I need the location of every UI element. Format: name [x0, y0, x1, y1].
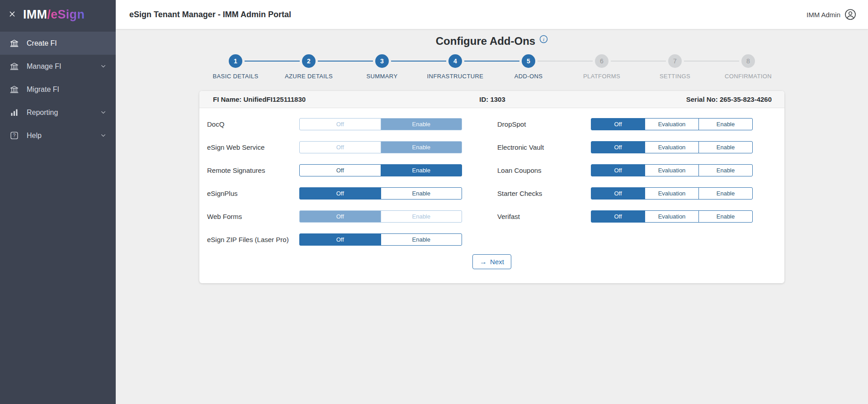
step-number: 1 — [229, 54, 242, 68]
toggle-remote-signatures-enable[interactable]: Enable — [381, 164, 462, 176]
toggle-starter-checks-off[interactable]: Off — [591, 187, 645, 200]
toggle-electronic-vault-enable[interactable]: Enable — [698, 141, 753, 153]
bank-icon — [9, 62, 19, 71]
addon-label: Loan Coupons — [497, 166, 591, 174]
step-label: ADD-ONS — [514, 73, 543, 80]
user-menu[interactable]: IMM Admin — [807, 9, 856, 20]
toggle-electronic-vault-off[interactable]: Off — [591, 141, 645, 153]
sidebar-item-label: Help — [27, 132, 42, 140]
fi-name: FI Name: UnifiedFI125111830 — [213, 95, 399, 103]
step-number: 4 — [448, 54, 462, 68]
addon-row-electronic-vault: Electronic VaultOffEvaluationEnable — [497, 136, 784, 159]
step-add-ons[interactable]: 5ADD-ONS — [492, 54, 565, 80]
stepper: 1BASIC DETAILS2AZURE DETAILS3SUMMARY4INF… — [116, 54, 868, 80]
step-basic-details[interactable]: 1BASIC DETAILS — [199, 54, 272, 80]
toggle-loan-coupons-evaluation[interactable]: Evaluation — [645, 164, 699, 176]
step-summary[interactable]: 3SUMMARY — [345, 54, 419, 80]
close-icon[interactable] — [8, 10, 16, 19]
svg-text:?: ? — [13, 133, 15, 138]
user-avatar-icon[interactable] — [844, 9, 856, 20]
step-platforms[interactable]: 6PLATFORMS — [565, 54, 638, 80]
step-label: PLATFORMS — [583, 73, 620, 80]
toggle-group-esign-web-service: OffEnable — [299, 141, 462, 153]
toggle-esign-zip-files-laser-pro-enable[interactable]: Enable — [381, 233, 462, 246]
sidebar-item-migrate-fi[interactable]: Migrate FI — [0, 78, 116, 101]
fi-id: ID: 1303 — [399, 95, 585, 103]
toggle-verifast-off[interactable]: Off — [591, 210, 645, 223]
toggle-loan-coupons-off[interactable]: Off — [591, 164, 645, 176]
sidebar-item-reporting[interactable]: Reporting — [0, 101, 116, 124]
sidebar-item-help[interactable]: ?Help — [0, 124, 116, 147]
help-icon: ? — [9, 131, 19, 141]
app-title: eSign Tenant Manager - IMM Admin Portal — [129, 10, 291, 19]
addon-label: Verifast — [497, 213, 591, 220]
addon-row-starter-checks: Starter ChecksOffEvaluationEnable — [497, 182, 784, 205]
step-infrastructure[interactable]: 4INFRASTRUCTURE — [419, 54, 492, 80]
page-title: Configure Add-Ons — [436, 34, 535, 48]
fi-serial: Serial No: 265-35-823-4260 — [585, 95, 772, 103]
addon-row-dropspot: DropSpotOffEvaluationEnable — [497, 113, 784, 136]
page-title-row: Configure Add-Ons i — [116, 34, 868, 48]
toggle-dropspot-enable[interactable]: Enable — [698, 118, 753, 130]
addon-label: DocQ — [207, 120, 299, 128]
next-button-row: → Next — [199, 254, 784, 269]
sidebar-item-label: Migrate FI — [27, 86, 59, 94]
toggle-dropspot-off[interactable]: Off — [591, 118, 645, 130]
arrow-right-icon: → — [480, 258, 487, 266]
step-number: 7 — [668, 54, 682, 68]
bank-icon — [9, 85, 19, 95]
toggle-group-loan-coupons: OffEvaluationEnable — [591, 164, 753, 176]
addons-columns: DocQOffEnableeSign Web ServiceOffEnableR… — [199, 113, 784, 251]
logo-esign: /eSign — [47, 8, 85, 21]
addon-label: DropSpot — [497, 120, 591, 128]
step-azure-details[interactable]: 2AZURE DETAILS — [272, 54, 345, 80]
toggle-group-esign-zip-files-laser-pro: OffEnable — [299, 233, 462, 246]
toggle-starter-checks-enable[interactable]: Enable — [698, 187, 753, 200]
sidebar-item-manage-fi[interactable]: Manage FI — [0, 55, 116, 78]
addon-label: Electronic Vault — [497, 143, 591, 151]
toggle-loan-coupons-enable[interactable]: Enable — [698, 164, 753, 176]
toggle-starter-checks-evaluation[interactable]: Evaluation — [645, 187, 699, 200]
top-bar: eSign Tenant Manager - IMM Admin Portal … — [116, 0, 868, 29]
step-number: 5 — [522, 54, 535, 68]
next-button[interactable]: → Next — [472, 254, 511, 269]
toggle-verifast-enable[interactable]: Enable — [698, 210, 753, 223]
toggle-group-remote-signatures: OffEnable — [299, 164, 462, 176]
step-number: 3 — [375, 54, 389, 68]
step-number: 6 — [595, 54, 609, 68]
toggle-remote-signatures-off[interactable]: Off — [299, 164, 381, 176]
addon-label: Web Forms — [207, 213, 299, 220]
toggle-esign-zip-files-laser-pro-off[interactable]: Off — [299, 233, 381, 246]
fi-card: FI Name: UnifiedFI125111830 ID: 1303 Ser… — [199, 91, 784, 283]
step-settings[interactable]: 7SETTINGS — [638, 54, 712, 80]
addon-label: eSignPlus — [207, 190, 299, 197]
chevron-down-icon — [100, 132, 107, 139]
addons-body: DocQOffEnableeSign Web ServiceOffEnableR… — [199, 108, 784, 283]
addon-label: Remote Signatures — [207, 166, 299, 174]
step-label: SUMMARY — [366, 73, 397, 80]
sidebar-item-create-fi[interactable]: Create FI — [0, 32, 116, 55]
step-number: 2 — [302, 54, 316, 68]
toggle-group-web-forms: OffEnable — [299, 210, 462, 223]
info-icon[interactable]: i — [539, 35, 548, 45]
addons-right-column: DropSpotOffEvaluationEnableElectronic Va… — [462, 113, 784, 251]
toggle-dropspot-evaluation[interactable]: Evaluation — [645, 118, 699, 130]
toggle-electronic-vault-evaluation[interactable]: Evaluation — [645, 141, 699, 153]
toggle-esignplus-off[interactable]: Off — [299, 187, 381, 200]
next-button-label: Next — [490, 258, 504, 266]
addon-label: Starter Checks — [497, 190, 591, 197]
step-confirmation[interactable]: 8CONFIRMATION — [712, 54, 785, 80]
content: Configure Add-Ons i 1BASIC DETAILS2AZURE… — [116, 29, 868, 404]
fi-info-bar: FI Name: UnifiedFI125111830 ID: 1303 Ser… — [199, 91, 784, 108]
toggle-esignplus-enable[interactable]: Enable — [381, 187, 462, 200]
logo-imm: IMM — [23, 8, 47, 21]
addon-row-docq: DocQOffEnable — [207, 113, 462, 136]
step-number: 8 — [741, 54, 755, 68]
sidebar-item-label: Create FI — [27, 39, 57, 48]
toggle-verifast-evaluation[interactable]: Evaluation — [645, 210, 699, 223]
toggle-group-dropspot: OffEvaluationEnable — [591, 118, 753, 130]
sidebar-menu: Create FIManage FIMigrate FIReporting?He… — [0, 32, 116, 147]
toggle-web-forms-off: Off — [299, 210, 381, 223]
toggle-esign-web-service-off: Off — [299, 141, 381, 153]
step-label: BASIC DETAILS — [212, 73, 258, 80]
